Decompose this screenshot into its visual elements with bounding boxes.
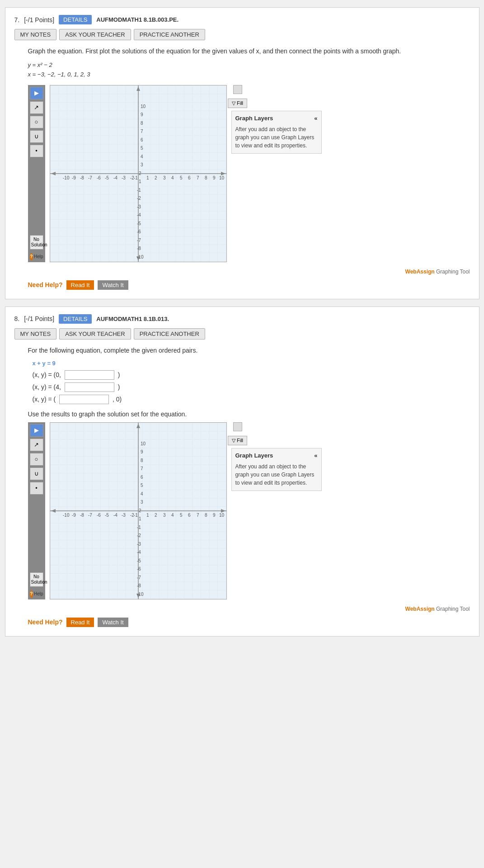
svg-text:2: 2	[139, 171, 141, 176]
svg-text:1: 1	[146, 513, 149, 518]
svg-text:-9: -9	[72, 175, 76, 180]
problem-7-card: 7. [-/1 Points] DETAILS AUFMODMATH1 8.1B…	[5, 7, 479, 299]
cursor-tool-7[interactable]: ▶	[30, 87, 43, 99]
svg-text:-1: -1	[134, 513, 138, 518]
cursor-tool-8[interactable]: ▶	[30, 424, 43, 437]
webassign-footer-7: WebAssign Graphing Tool	[28, 269, 470, 275]
svg-text:9: 9	[213, 513, 216, 518]
no-solution-btn-7[interactable]: No Solution	[30, 235, 43, 250]
webassign-brand-8: WebAssign	[405, 606, 435, 612]
my-notes-button-7[interactable]: MY NOTES	[14, 29, 57, 40]
ordered-pairs-8: x + y = 9 (x, y) = (0, ) (x, y) = (4, ) …	[33, 360, 470, 404]
problem-8-instruction: For the following equation, complete the…	[28, 346, 470, 355]
pair2-input[interactable]	[65, 382, 114, 392]
svg-text:2: 2	[139, 508, 141, 513]
problem-8-code: AUFMODMATH1 8.1B.013.	[96, 316, 169, 322]
line-tool-8[interactable]: ↗	[30, 439, 43, 451]
curve-tool-7[interactable]: ∪	[30, 130, 43, 143]
fill-button-8[interactable]: ▽ Fill	[228, 436, 247, 445]
help-icon-7: ?	[30, 253, 33, 260]
practice-another-button-8[interactable]: PRACTICE ANOTHER	[134, 328, 205, 340]
svg-text:-10: -10	[63, 175, 70, 180]
svg-text:-4: -4	[113, 513, 117, 518]
webassign-brand-7: WebAssign	[405, 269, 435, 275]
no-solution-btn-8[interactable]: No Solution	[30, 572, 43, 587]
svg-text:-4: -4	[113, 175, 117, 180]
svg-text:-3: -3	[137, 204, 141, 209]
svg-text:-6: -6	[137, 566, 141, 571]
point-tool-8[interactable]: •	[30, 482, 43, 495]
svg-text:8: 8	[205, 513, 207, 518]
svg-text:3: 3	[163, 513, 166, 518]
graphing-tool-label-8: Graphing Tool	[436, 606, 470, 612]
svg-text:-2: -2	[137, 196, 141, 201]
svg-text:6: 6	[188, 513, 191, 518]
pair-row-2: (x, y) = (4, )	[33, 382, 470, 392]
read-it-button-8[interactable]: Read It	[66, 618, 94, 627]
webassign-footer-8: WebAssign Graphing Tool	[28, 606, 470, 612]
circle-tool-7[interactable]: ○	[30, 116, 43, 128]
line-tool-7[interactable]: ↗	[30, 101, 43, 114]
pair1-input[interactable]	[65, 370, 114, 380]
use-results-text-8: Use the results to graph the solution se…	[28, 410, 470, 418]
svg-text:-3: -3	[122, 513, 126, 518]
ask-teacher-button-8[interactable]: ASK YOUR TEACHER	[59, 328, 131, 340]
svg-text:-6: -6	[97, 175, 101, 180]
svg-text:7: 7	[141, 129, 143, 134]
svg-text:6: 6	[141, 137, 143, 142]
circle-tool-8[interactable]: ○	[30, 453, 43, 466]
svg-text:1: 1	[139, 179, 141, 184]
svg-text:9: 9	[141, 449, 143, 454]
svg-text:7: 7	[141, 466, 143, 471]
my-notes-button-8[interactable]: MY NOTES	[14, 328, 57, 340]
practice-another-button-7[interactable]: PRACTICE ANOTHER	[134, 29, 205, 40]
problem-7-details-button[interactable]: DETAILS	[59, 15, 92, 24]
problem-7-instruction: Graph the equation. First plot the solut…	[28, 47, 470, 56]
graph-layers-text-8: After you add an object to the graph you…	[235, 462, 318, 487]
svg-text:-5: -5	[105, 513, 109, 518]
problem-7-graphing-area: ▶ ↗ ○ ∪ • No Solution ? Help	[28, 85, 470, 262]
need-help-7: Need Help? Read It Watch It	[28, 280, 470, 290]
watch-it-button-8[interactable]: Watch It	[98, 618, 128, 627]
svg-text:-6: -6	[97, 513, 101, 518]
problem-7-points: [-/1 Points]	[24, 16, 54, 24]
problem-8-actions: MY NOTES ASK YOUR TEACHER PRACTICE ANOTH…	[14, 328, 470, 340]
svg-text:5: 5	[180, 175, 183, 180]
svg-text:3: 3	[141, 500, 143, 505]
svg-text:-5: -5	[105, 175, 109, 180]
svg-text:8: 8	[205, 175, 207, 180]
watch-it-button-7[interactable]: Watch It	[98, 280, 128, 290]
problem-8-header: 8. [-/1 Points] DETAILS AUFMODMATH1 8.1B…	[14, 314, 470, 324]
graph-canvas-7[interactable]: 10 9 8 7 6 5 4 3 2 1 -1 -2 -3 -4 -5 -6	[50, 85, 227, 262]
svg-text:4: 4	[141, 154, 143, 159]
ask-teacher-button-7[interactable]: ASK YOUR TEACHER	[59, 29, 131, 40]
fill-button-7[interactable]: ▽ Fill	[228, 99, 247, 108]
svg-text:9: 9	[213, 175, 216, 180]
help-label-8: Help	[34, 591, 43, 596]
svg-text:-3: -3	[122, 175, 126, 180]
svg-text:-10: -10	[63, 513, 70, 518]
need-help-label-7: Need Help?	[28, 281, 63, 288]
graph-layers-text-7: After you add an object to the graph you…	[235, 125, 318, 150]
svg-text:3: 3	[163, 175, 166, 180]
svg-text:10: 10	[219, 175, 225, 180]
pair-row-1: (x, y) = (0, )	[33, 370, 470, 380]
pair2-label: (x, y) = (4,	[33, 383, 63, 391]
svg-text:5: 5	[141, 146, 143, 151]
svg-text:-4: -4	[137, 550, 141, 555]
svg-text:5: 5	[141, 483, 143, 488]
svg-text:-5: -5	[137, 221, 141, 226]
point-tool-7[interactable]: •	[30, 145, 43, 157]
problem-8-number: 8.	[14, 315, 20, 322]
help-label-7: Help	[34, 254, 43, 259]
graph-canvas-8[interactable]: 10 9 8 7 6 5 4 3 2 1 -1 -2 -3 -4 -5 -6 -	[50, 422, 227, 599]
svg-text:7: 7	[197, 513, 199, 518]
svg-text:-9: -9	[72, 513, 76, 518]
sidebar-square-7	[233, 85, 242, 94]
pair3-input[interactable]	[59, 395, 109, 404]
problem-8-card: 8. [-/1 Points] DETAILS AUFMODMATH1 8.1B…	[5, 307, 479, 637]
curve-tool-8[interactable]: ∪	[30, 467, 43, 480]
read-it-button-7[interactable]: Read It	[66, 280, 94, 290]
svg-text:-4: -4	[137, 212, 141, 217]
problem-8-details-button[interactable]: DETAILS	[59, 314, 92, 324]
